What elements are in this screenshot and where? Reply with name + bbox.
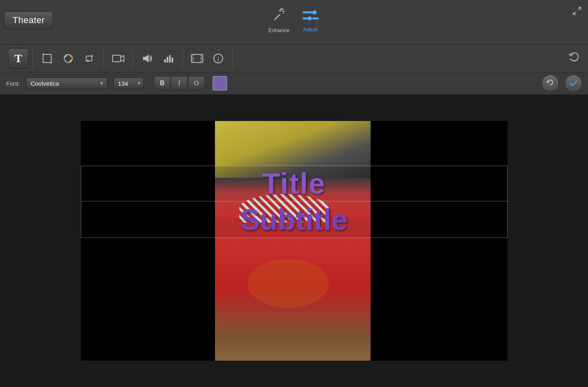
svg-line-6 [283, 13, 284, 14]
theater-button[interactable]: Theater [4, 11, 53, 29]
rotate-tool-button[interactable] [79, 48, 100, 69]
top-center-controls: Enhance Adjust [269, 0, 319, 33]
subtitle-text: Subtitle [241, 203, 348, 236]
svg-rect-22 [164, 59, 166, 63]
svg-rect-14 [43, 54, 51, 63]
audio-tool-button[interactable] [137, 48, 157, 69]
svg-rect-29 [191, 61, 193, 63]
top-icons-row: Enhance Adjust [269, 8, 319, 33]
font-select-wrapper: Coolvetica ▼ [26, 78, 107, 89]
svg-text:i: i [217, 55, 219, 62]
svg-rect-7 [302, 11, 314, 13]
left-black-bar [81, 121, 215, 361]
adjust-label: Adjust [303, 26, 318, 32]
preview-area: Title Subtitle [0, 95, 588, 387]
crop-color-rotate-group [33, 48, 104, 69]
subtitle-box[interactable]: Subtitle [81, 201, 508, 238]
svg-rect-31 [201, 58, 203, 59]
svg-point-10 [308, 17, 312, 21]
info-tool-button[interactable]: i [208, 48, 228, 69]
svg-line-0 [275, 15, 280, 19]
font-style-buttons: B I O [154, 76, 204, 90]
svg-rect-11 [312, 17, 319, 19]
outline-button[interactable]: O [188, 76, 204, 90]
svg-rect-32 [201, 61, 203, 63]
font-label: Font: [6, 80, 20, 87]
revert-button[interactable] [542, 75, 559, 92]
undo-button[interactable] [568, 52, 580, 65]
svg-rect-27 [191, 54, 193, 56]
svg-point-8 [312, 11, 317, 15]
svg-rect-25 [171, 58, 173, 63]
photo-lower [215, 218, 371, 361]
enhance-label: Enhance [269, 27, 289, 33]
title-box[interactable]: Title [81, 166, 508, 201]
enhance-icon [271, 8, 286, 26]
svg-line-4 [283, 9, 284, 10]
svg-line-13 [573, 12, 576, 15]
svg-rect-19 [113, 55, 121, 62]
enhance-group[interactable]: Enhance [269, 8, 289, 33]
svg-marker-20 [121, 56, 124, 61]
text-overlay: Title Subtitle [81, 166, 508, 238]
stats-tool-button[interactable] [158, 48, 178, 69]
svg-rect-24 [169, 55, 171, 63]
svg-rect-28 [191, 58, 193, 59]
color-swatch[interactable] [213, 76, 227, 91]
svg-rect-23 [167, 57, 168, 63]
title-text: Title [262, 167, 326, 200]
size-select[interactable]: 134 [113, 78, 144, 89]
adjust-group[interactable]: Adjust [302, 9, 319, 32]
text-tool-button[interactable]: T [8, 48, 28, 69]
color-tool-button[interactable] [58, 48, 78, 69]
film-tool-button[interactable] [187, 48, 207, 69]
audio-stats-group [133, 48, 183, 69]
bold-button[interactable]: B [154, 76, 170, 90]
font-bar: Font: Coolvetica ▼ 134 ▼ B I O [0, 72, 588, 95]
adjust-icon [302, 9, 319, 25]
confirm-button[interactable] [565, 75, 582, 92]
svg-rect-18 [86, 56, 92, 61]
italic-button[interactable]: I [171, 76, 187, 90]
svg-marker-21 [143, 54, 149, 63]
expand-button[interactable] [572, 6, 582, 18]
top-bar: Theater Enhance [0, 0, 588, 45]
video-tool-button[interactable] [108, 48, 128, 69]
video-group [104, 48, 133, 69]
right-black-bar [369, 121, 508, 361]
text-tool-group: T [4, 48, 33, 69]
photo-content [215, 121, 371, 361]
size-select-wrapper: 134 ▼ [113, 78, 144, 89]
video-frame: Title Subtitle [81, 121, 508, 361]
shirt-graphic [247, 259, 329, 308]
svg-rect-30 [201, 54, 203, 56]
crop-tool-button[interactable] [37, 48, 57, 69]
toolbar: T [0, 45, 588, 72]
svg-line-12 [578, 7, 581, 10]
font-select[interactable]: Coolvetica [26, 78, 107, 89]
film-info-group: i [183, 48, 233, 69]
